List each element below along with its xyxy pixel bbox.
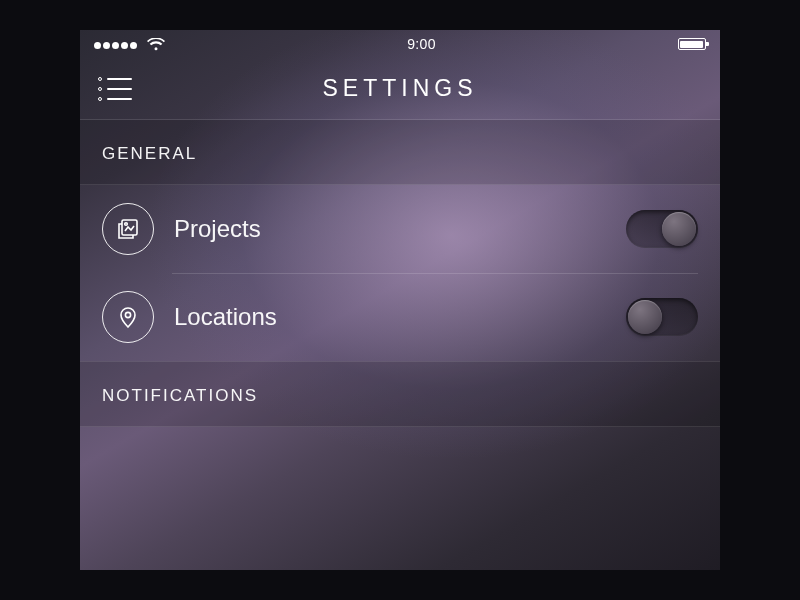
row-locations-label: Locations	[174, 303, 606, 331]
row-projects-label: Projects	[174, 215, 606, 243]
signal-dots-icon	[94, 37, 139, 52]
status-time: 9:00	[407, 36, 435, 52]
row-projects[interactable]: Projects	[80, 185, 720, 273]
row-locations[interactable]: Locations	[80, 273, 720, 361]
section-header-general: GENERAL	[80, 120, 720, 185]
page-title: SETTINGS	[80, 75, 720, 102]
toggle-projects[interactable]	[626, 210, 698, 248]
battery-icon	[678, 38, 706, 50]
status-bar: 9:00	[80, 30, 720, 58]
svg-point-1	[125, 223, 128, 226]
header: SETTINGS	[80, 58, 720, 120]
svg-point-2	[125, 312, 130, 317]
status-left	[94, 37, 165, 52]
toggle-locations[interactable]	[626, 298, 698, 336]
settings-screen: 9:00 SETTINGS GENERAL Projects	[80, 30, 720, 570]
section-header-notifications: NOTIFICATIONS	[80, 361, 720, 427]
projects-icon	[102, 203, 154, 255]
locations-icon	[102, 291, 154, 343]
wifi-icon	[147, 38, 165, 51]
menu-button[interactable]	[98, 77, 132, 101]
